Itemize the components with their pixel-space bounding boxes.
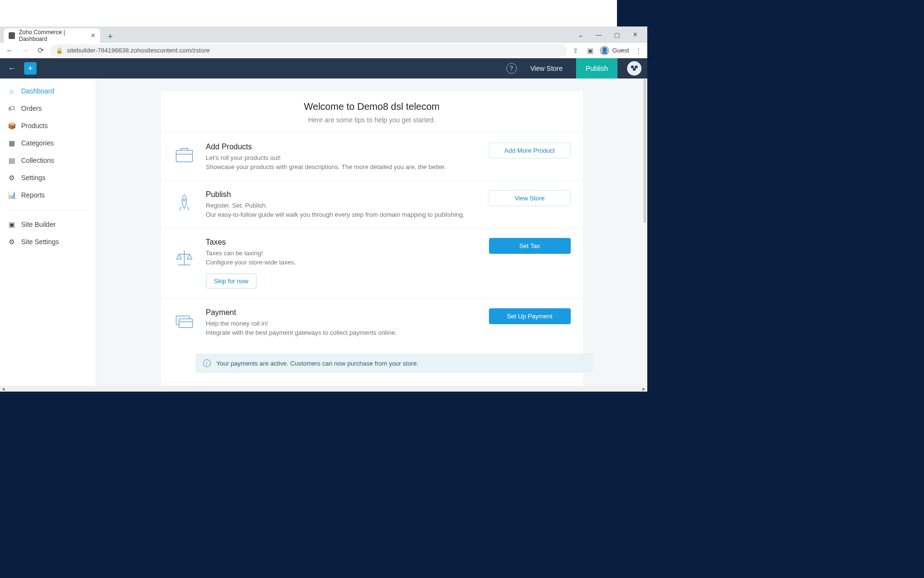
card-icon	[173, 310, 195, 332]
section-taxes: Taxes Taxes can be taxing! Configure you…	[161, 228, 583, 299]
grid-icon: ▦	[8, 139, 15, 147]
onboarding-card: Welcome to Demo8 dsl telecom Here are so…	[160, 90, 584, 392]
blank-top-region	[0, 0, 617, 26]
view-store-button[interactable]: View Store	[489, 190, 571, 206]
sidebar-item-orders[interactable]: 🏷 Orders	[0, 100, 96, 117]
section-subtitle: Help the money roll in!	[206, 320, 475, 327]
person-icon: 👤	[600, 46, 609, 55]
scales-icon	[173, 247, 195, 269]
window-controls: ⌄ — ▢ ×	[574, 26, 647, 43]
tag-icon: 🏷	[8, 105, 15, 112]
sidebar-item-label: Site Builder	[21, 221, 56, 228]
tab-favicon	[9, 32, 15, 39]
close-window-icon[interactable]: ×	[629, 28, 642, 41]
products-icon	[173, 144, 195, 167]
scroll-right-icon[interactable]: ►	[641, 386, 647, 392]
maximize-icon[interactable]: ▢	[611, 28, 623, 41]
sidebar-item-label: Dashboard	[21, 87, 54, 95]
section-publish: Publish Register. Set. Publish. Our easy…	[161, 181, 583, 228]
profile-chip[interactable]: 👤 Guest	[600, 46, 629, 55]
payment-active-banner: i Your payments are active. Customers ca…	[195, 354, 593, 373]
kebab-icon[interactable]: ⋮	[634, 46, 643, 55]
rocket-icon	[173, 192, 195, 214]
layers-icon: ▤	[8, 157, 15, 164]
sidebar-item-products[interactable]: 📦 Products	[0, 117, 96, 134]
sidebar-item-site-builder[interactable]: ▣ Site Builder	[0, 216, 96, 233]
sidebar-item-label: Orders	[21, 105, 42, 112]
browser-toolbar: ← → ⟳ 🔒 sitebuilder-784196638.zohositesc…	[0, 43, 647, 58]
page-title: Welcome to Demo8 dsl telecom	[170, 101, 574, 112]
browser-tab[interactable]: Zoho Commerce | Dashboard ×	[4, 28, 100, 43]
svg-point-2	[633, 68, 636, 71]
browser-tab-strip: Zoho Commerce | Dashboard × + ⌄ — ▢ ×	[0, 26, 647, 43]
section-description: Configure your store-wide taxes.	[206, 259, 475, 266]
set-tax-button[interactable]: Set Tax	[489, 238, 571, 254]
gear-icon: ⚙	[8, 174, 15, 182]
org-avatar[interactable]	[627, 61, 642, 76]
panel-icon[interactable]: ▣	[585, 46, 595, 55]
svg-point-1	[635, 66, 638, 68]
section-subtitle: Let's roll your products out!	[206, 154, 475, 161]
set-up-payment-button[interactable]: Set Up Payment	[489, 308, 571, 324]
skip-for-now-button[interactable]: Skip for now	[206, 274, 257, 289]
section-description: Our easy-to-follow guide will walk you t…	[206, 211, 475, 218]
section-add-products: Add Products Let's roll your products ou…	[161, 133, 583, 181]
svg-point-4	[183, 199, 185, 201]
sidebar-item-label: Collections	[21, 157, 54, 164]
sidebar-item-settings[interactable]: ⚙ Settings	[0, 169, 96, 186]
people-icon	[629, 64, 639, 73]
back-button[interactable]: ←	[4, 45, 15, 56]
layout-icon: ▣	[8, 221, 15, 228]
sidebar: ⌂ Dashboard 🏷 Orders 📦 Products ▦ Catego…	[0, 79, 96, 392]
section-description: Integrate with the best payment gateways…	[206, 329, 475, 336]
add-more-product-button[interactable]: Add More Product	[489, 143, 571, 158]
banner-text: Your payments are active. Customers can …	[217, 360, 419, 367]
app-back-button[interactable]: ←	[6, 62, 18, 75]
sidebar-item-label: Settings	[21, 174, 46, 182]
scroll-left-icon[interactable]: ◄	[0, 386, 7, 392]
gear-icon: ⚙	[8, 238, 15, 246]
app-header: ← + ? View Store Publish	[0, 58, 647, 79]
sidebar-item-reports[interactable]: 📊 Reports	[0, 186, 96, 204]
home-icon: ⌂	[8, 87, 15, 95]
section-title: Publish	[206, 190, 475, 199]
minimize-icon[interactable]: —	[592, 28, 605, 41]
vertical-scrollbar[interactable]	[643, 79, 646, 223]
sidebar-item-label: Categories	[21, 139, 54, 147]
section-description: Showcase your products with great descri…	[206, 163, 475, 171]
svg-rect-3	[176, 150, 192, 162]
section-subtitle: Register. Set. Publish.	[206, 202, 475, 209]
main-content: Welcome to Demo8 dsl telecom Here are so…	[96, 79, 647, 392]
forward-button[interactable]: →	[19, 45, 31, 56]
section-payment: Payment Help the money roll in! Integrat…	[161, 299, 583, 383]
chart-icon: 📊	[8, 191, 15, 199]
chevron-down-icon[interactable]: ⌄	[574, 28, 587, 41]
sidebar-item-label: Products	[21, 122, 48, 130]
section-subtitle: Taxes can be taxing!	[206, 250, 475, 257]
section-title: Add Products	[206, 143, 475, 151]
profile-label: Guest	[612, 47, 629, 54]
tab-title: Zoho Commerce | Dashboard	[19, 29, 90, 42]
sidebar-item-label: Site Settings	[21, 238, 59, 246]
sidebar-item-categories[interactable]: ▦ Categories	[0, 134, 96, 152]
new-tab-button[interactable]: +	[104, 30, 116, 43]
horizontal-scrollbar[interactable]: ◄ ►	[0, 386, 647, 392]
publish-button[interactable]: Publish	[576, 58, 617, 79]
share-icon[interactable]: ⇪	[571, 46, 580, 55]
sidebar-item-site-settings[interactable]: ⚙ Site Settings	[0, 233, 96, 250]
svg-point-0	[631, 66, 634, 68]
sidebar-item-dashboard[interactable]: ⌂ Dashboard	[0, 82, 96, 100]
reload-button[interactable]: ⟳	[35, 45, 46, 56]
section-title: Taxes	[206, 238, 475, 247]
section-title: Payment	[206, 308, 475, 317]
help-icon[interactable]: ?	[506, 63, 517, 74]
sidebar-item-label: Reports	[21, 191, 45, 199]
close-icon[interactable]: ×	[91, 32, 95, 39]
sidebar-item-collections[interactable]: ▤ Collections	[0, 152, 96, 169]
box-icon: 📦	[8, 122, 15, 130]
view-store-link[interactable]: View Store	[523, 58, 570, 79]
lock-icon: 🔒	[56, 47, 63, 54]
add-button[interactable]: +	[24, 62, 37, 75]
svg-rect-6	[179, 319, 192, 328]
address-bar[interactable]: 🔒 sitebuilder-784196638.zohositescontent…	[50, 44, 567, 57]
